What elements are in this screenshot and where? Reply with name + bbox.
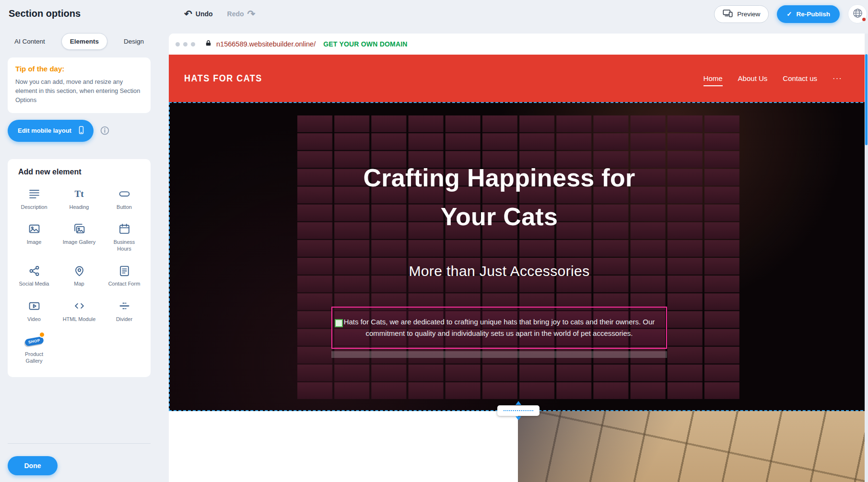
redo-label: Redo (227, 10, 244, 18)
heading-icon: Tt (75, 188, 84, 200)
button-icon (118, 188, 130, 200)
resize-dashed-line-icon (504, 410, 533, 411)
devices-icon (723, 9, 733, 19)
element-button[interactable]: Button (102, 188, 147, 210)
redo-button[interactable]: Redo ↷ (227, 9, 256, 19)
element-drag-handle[interactable] (335, 319, 343, 327)
republish-button[interactable]: ✓ Re-Publish (777, 5, 840, 23)
nav-home[interactable]: Home (704, 74, 723, 82)
element-description[interactable]: Description (12, 188, 57, 210)
element-business-hours[interactable]: Business Hours (102, 223, 147, 252)
language-globe-button[interactable] (848, 4, 867, 23)
sidebar-footer: Done (0, 443, 158, 482)
edit-mobile-layout-button[interactable]: Edit mobile layout (8, 120, 94, 142)
editor-canvas: n1566589.websitebuilder.online/ GET YOUR… (158, 27, 868, 482)
edit-mobile-row: Edit mobile layout (8, 120, 151, 142)
site-url: n1566589.websitebuilder.online/ (216, 40, 316, 48)
new-badge-dot (39, 332, 45, 338)
nav-contact-us[interactable]: Contact us (783, 74, 817, 82)
site-header[interactable]: HATS FOR CATS Home About Us Contact us ·… (169, 55, 868, 102)
element-heading[interactable]: Tt Heading (57, 188, 102, 210)
tip-body: Now you can add, move and resize any ele… (15, 77, 143, 105)
element-product-gallery[interactable]: SHOP Product Gallery (12, 335, 57, 365)
product-gallery-icon: SHOP (25, 335, 44, 347)
element-image-gallery[interactable]: Image Gallery (57, 223, 102, 252)
html-module-icon (73, 300, 85, 312)
business-hours-icon (118, 223, 130, 235)
site-nav: Home About Us Contact us ··· (704, 74, 842, 83)
topbar-actions: Preview ✓ Re-Publish (714, 4, 863, 23)
globe-icon (852, 8, 863, 21)
browser-frame: n1566589.websitebuilder.online/ GET YOUR… (169, 34, 868, 482)
element-video[interactable]: Video (12, 300, 57, 322)
redo-icon: ↷ (247, 9, 256, 19)
hero-subheading[interactable]: More than Just Accessories (336, 263, 662, 279)
app-window: Section options ↶ Undo Redo ↷ P (0, 0, 868, 482)
element-social-media[interactable]: Social Media (12, 264, 57, 287)
tab-design[interactable]: Design (122, 34, 146, 49)
description-icon (28, 188, 40, 200)
element-map[interactable]: Map (57, 264, 102, 287)
social-media-icon (28, 264, 40, 277)
nav-more-button[interactable]: ··· (833, 74, 842, 83)
element-divider[interactable]: Divider (102, 300, 147, 322)
tip-title: Tip of the day: (15, 65, 143, 73)
image-icon (28, 223, 40, 235)
hero-section-selected[interactable]: Crafting Happiness for Your Cats More th… (169, 102, 868, 411)
preview-scrollbar-track[interactable] (865, 34, 868, 482)
site-logo: HATS FOR CATS (184, 73, 262, 84)
divider-icon (118, 300, 130, 312)
tab-elements[interactable]: Elements (61, 33, 107, 50)
tip-of-the-day-card: Tip of the day: Now you can add, move an… (8, 57, 151, 113)
element-html-module[interactable]: HTML Module (57, 300, 102, 322)
page-title: Section options (9, 8, 81, 19)
undo-icon: ↶ (184, 9, 192, 19)
edit-mobile-label: Edit mobile layout (18, 127, 71, 134)
add-element-title: Add new element (18, 168, 147, 176)
hero-paragraph-text: Hats for Cats, we are dedicated to craft… (337, 316, 661, 339)
phone-icon (77, 126, 86, 136)
sidebar-tabs: AI Content Elements Design (12, 33, 146, 50)
preview-label: Preview (737, 11, 760, 18)
tab-ai-content[interactable]: AI Content (12, 34, 47, 49)
lock-icon (205, 39, 212, 49)
map-icon (73, 264, 85, 277)
info-button[interactable] (100, 126, 110, 136)
undo-label: Undo (196, 10, 213, 18)
element-grid: Description Tt Heading Button (12, 188, 147, 365)
hero-paragraph-selected[interactable]: Hats for Cats, we are dedicated to craft… (331, 307, 667, 349)
window-controls (176, 42, 195, 46)
floor-photo (518, 411, 868, 482)
republish-label: Re-Publish (796, 11, 830, 18)
done-button[interactable]: Done (8, 456, 58, 475)
element-contact-form[interactable]: Contact Form (102, 264, 147, 287)
add-element-card: Add new element Description Tt Heading (8, 159, 151, 377)
get-domain-link[interactable]: GET YOUR OWN DOMAIN (323, 40, 407, 48)
sidebar: AI Content Elements Design Tip of the da… (0, 27, 158, 482)
section-resize-handle[interactable] (497, 405, 540, 416)
resize-arrow-up-icon (516, 401, 521, 405)
history-controls: ↶ Undo Redo ↷ (184, 0, 255, 27)
undo-button[interactable]: ↶ Undo (184, 9, 213, 19)
contact-form-icon (118, 264, 130, 277)
image-gallery-icon (73, 223, 85, 235)
preview-button[interactable]: Preview (714, 5, 769, 23)
nav-about-us[interactable]: About Us (738, 74, 768, 82)
site-preview: HATS FOR CATS Home About Us Contact us ·… (169, 55, 868, 482)
footer-divider (8, 443, 151, 444)
element-image[interactable]: Image (12, 223, 57, 252)
resize-arrow-down-icon (516, 416, 521, 420)
element-placeholder-bar (331, 351, 667, 358)
preview-scrollbar-thumb[interactable] (865, 54, 868, 145)
topbar: Section options ↶ Undo Redo ↷ P (0, 0, 868, 27)
next-section (169, 411, 868, 482)
check-icon: ✓ (786, 10, 792, 18)
browser-chrome: n1566589.websitebuilder.online/ GET YOUR… (169, 34, 868, 55)
video-icon (28, 300, 40, 312)
hero-heading[interactable]: Crafting Happiness for Your Cats (336, 159, 662, 236)
